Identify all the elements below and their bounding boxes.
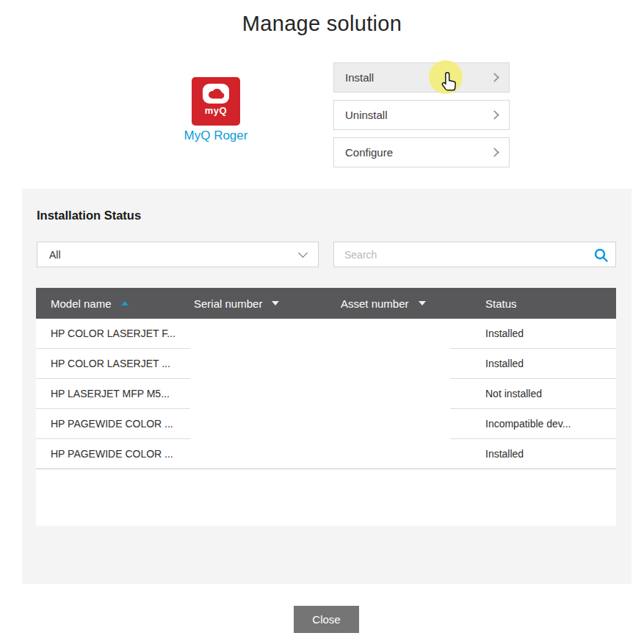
configure-button-label: Configure: [345, 146, 393, 159]
cell-serial-number: [190, 319, 337, 349]
install-button-label: Install: [345, 71, 374, 84]
cell-model-name: HP LASERJET MFP M5...: [36, 379, 190, 409]
installation-status-panel: Installation Status All Model name Seria…: [22, 189, 632, 584]
panel-heading: Installation Status: [37, 209, 141, 222]
column-header-serial-number[interactable]: Serial number: [190, 288, 337, 319]
cell-asset-number: [337, 439, 450, 468]
column-menu-icon: [419, 301, 426, 305]
status-filter-dropdown[interactable]: All: [37, 242, 319, 267]
column-label: Model name: [51, 297, 112, 310]
cell-status: Incompatible dev...: [450, 409, 616, 439]
search-input[interactable]: [334, 242, 615, 267]
cell-serial-number: [190, 349, 337, 379]
column-header-status[interactable]: Status: [450, 288, 616, 319]
cell-status: Installed: [450, 349, 616, 379]
column-label: Asset number: [341, 297, 409, 310]
cell-asset-number: [337, 409, 450, 439]
cell-model-name: HP PAGEWIDE COLOR ...: [36, 439, 190, 468]
column-header-model-name[interactable]: Model name: [36, 288, 190, 319]
column-menu-icon: [272, 301, 279, 305]
cell-model-name: HP COLOR LASERJET ...: [36, 349, 190, 379]
cell-asset-number: [337, 349, 450, 379]
installation-status-table: Model name Serial number Asset number St…: [36, 288, 616, 526]
chevron-right-icon: [490, 73, 499, 82]
table-row[interactable]: HP LASERJET MFP M5... Not installed: [36, 379, 616, 409]
cell-asset-number: [337, 379, 450, 409]
table-row[interactable]: HP COLOR LASERJET F... Installed: [36, 319, 616, 349]
cell-serial-number: [190, 409, 337, 439]
uninstall-button-label: Uninstall: [345, 109, 388, 121]
manage-solution-dialog: Manage solution myQ MyQ Roger Install Un…: [0, 0, 644, 644]
uninstall-button[interactable]: Uninstall: [333, 100, 510, 130]
myq-logo: myQ: [192, 77, 240, 126]
table-body: HP COLOR LASERJET F... Installed HP COLO…: [36, 319, 616, 469]
cell-serial-number: [190, 379, 337, 409]
column-label: Serial number: [194, 297, 262, 310]
column-header-asset-number[interactable]: Asset number: [337, 288, 450, 319]
close-button[interactable]: Close: [294, 606, 359, 633]
cell-model-name: HP COLOR LASERJET F...: [36, 319, 190, 349]
table-header: Model name Serial number Asset number St…: [36, 288, 616, 319]
cell-asset-number: [337, 319, 450, 349]
status-filter-value: All: [49, 249, 61, 261]
cell-status: Installed: [450, 319, 616, 349]
configure-button[interactable]: Configure: [333, 137, 510, 167]
chevron-right-icon: [490, 148, 499, 157]
search-box: [333, 242, 616, 267]
page-title: Manage solution: [0, 12, 644, 36]
cell-model-name: HP PAGEWIDE COLOR ...: [36, 409, 190, 439]
cell-serial-number: [190, 439, 337, 468]
install-button[interactable]: Install: [333, 62, 510, 93]
table-row[interactable]: HP COLOR LASERJET ... Installed: [36, 349, 616, 379]
table-row[interactable]: HP PAGEWIDE COLOR ... Incompatible dev..…: [36, 409, 616, 439]
myq-logo-text: myQ: [205, 105, 227, 116]
sort-ascending-icon: [121, 301, 129, 305]
cell-status: Installed: [450, 439, 616, 468]
cell-status: Not installed: [450, 379, 616, 409]
search-icon[interactable]: [593, 247, 609, 263]
chevron-right-icon: [490, 110, 499, 120]
cloud-icon: [203, 84, 229, 104]
table-row[interactable]: HP PAGEWIDE COLOR ... Installed: [36, 439, 616, 469]
chevron-down-icon: [298, 248, 308, 258]
cloud-icon-svg: [206, 87, 226, 100]
column-label: Status: [485, 297, 517, 310]
solution-name: MyQ Roger: [164, 129, 267, 143]
